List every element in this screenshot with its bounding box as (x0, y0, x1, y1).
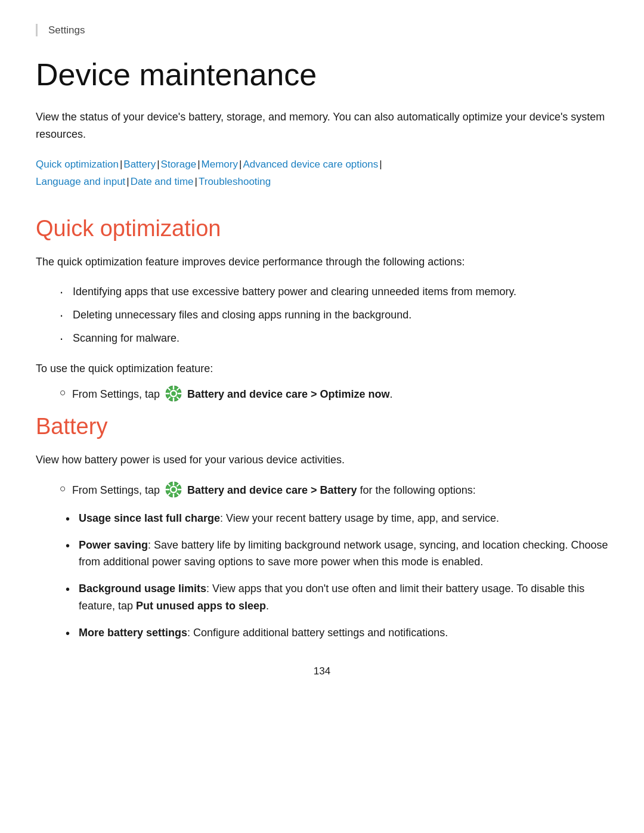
nav-link-advanced[interactable]: Advanced device care options (243, 159, 378, 170)
nav-link-troubleshoot[interactable]: Troubleshooting (199, 176, 271, 187)
battery-bullet-background-label: Background usage limits (79, 583, 206, 594)
battery-bullet-powersaving-label: Power saving (79, 539, 148, 551)
quick-optimization-title: Quick optimization (36, 216, 608, 241)
nav-link-quick-opt[interactable]: Quick optimization (36, 159, 119, 170)
battery-bullet-more: More battery settings: Configure additio… (66, 624, 608, 642)
circle-bullet-2: ○ (60, 482, 66, 495)
quick-optimization-section: Quick optimization The quick optimizatio… (36, 216, 608, 403)
battery-bullet-powersaving-text: : Save battery life by limiting backgrou… (79, 539, 608, 568)
quick-optimization-step-bold: Battery and device care > Optimize now (187, 388, 390, 400)
battery-bullet-powersaving: Power saving: Save battery life by limit… (66, 537, 608, 571)
circle-bullet-1: ○ (60, 386, 66, 399)
battery-bullet-usage-text: : View your recent battery usage by time… (220, 512, 499, 524)
quick-optimization-step-label: To use the quick optimization feature: (36, 360, 608, 377)
nav-link-memory[interactable]: Memory (202, 159, 238, 170)
quick-optimization-intro: The quick optimization feature improves … (36, 253, 608, 271)
battery-bullet-usage-label: Usage since last full charge (79, 512, 220, 524)
settings-icon-1 (165, 385, 182, 402)
nav-link-storage[interactable]: Storage (161, 159, 197, 170)
battery-intro: View how battery power is used for your … (36, 451, 608, 469)
battery-step-bold: Battery and device care > Battery (187, 484, 357, 496)
page-container: Settings Device maintenance View the sta… (0, 0, 644, 833)
battery-title: Battery (36, 414, 608, 439)
breadcrumb: Settings (36, 24, 608, 36)
battery-step: ○ From Settings, tap Battery and device … (60, 482, 608, 499)
battery-step-text: From Settings, tap Battery and device ca… (72, 482, 476, 499)
bullet-item-2: Deleting unnecessary files and closing a… (60, 306, 608, 324)
battery-sub-bullets: Usage since last full charge: View your … (66, 510, 608, 642)
breadcrumb-label: Settings (48, 24, 85, 36)
bullet-item-1: Identifying apps that use excessive batt… (60, 283, 608, 301)
settings-icon-2 (165, 481, 182, 498)
quick-optimization-step: ○ From Settings, tap Battery and device … (60, 386, 608, 403)
page-title: Device maintenance (36, 58, 608, 92)
battery-bullet-background: Background usage limits: View apps that … (66, 580, 608, 615)
nav-link-battery[interactable]: Battery (123, 159, 156, 170)
page-intro: View the status of your device's battery… (36, 109, 608, 143)
battery-section: Battery View how battery power is used f… (36, 414, 608, 642)
nav-link-date[interactable]: Date and time (131, 176, 194, 187)
battery-bullet-background-bold-inline: Put unused apps to sleep (136, 600, 266, 612)
bullet-item-3: Scanning for malware. (60, 330, 608, 347)
battery-bullet-usage: Usage since last full charge: View your … (66, 510, 608, 527)
battery-bullet-more-text: : Configure additional battery settings … (187, 627, 448, 639)
nav-link-language[interactable]: Language and input (36, 176, 125, 187)
quick-optimization-step-text: From Settings, tap Battery and device ca… (72, 386, 393, 403)
page-number: 134 (36, 665, 608, 677)
battery-bullet-more-label: More battery settings (79, 627, 187, 639)
nav-links: Quick optimization|Battery|Storage|Memor… (36, 156, 608, 191)
battery-bullet-background-text-after: . (266, 600, 269, 612)
quick-optimization-bullets: Identifying apps that use excessive batt… (60, 283, 608, 346)
